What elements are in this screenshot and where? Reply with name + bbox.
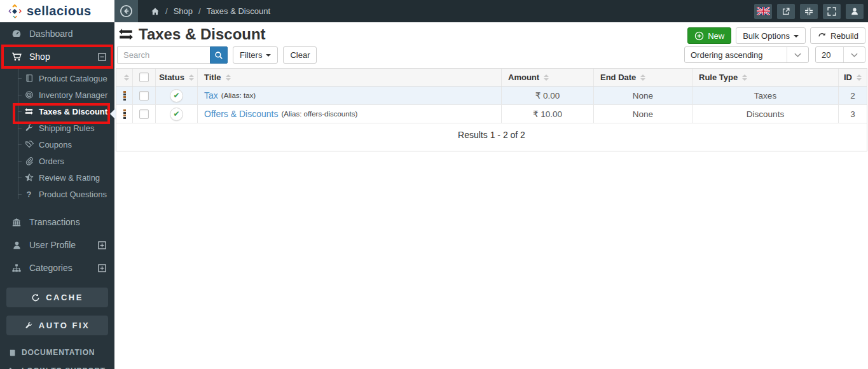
breadcrumb-current: Taxes & Discount: [207, 6, 270, 16]
wrench-icon: [25, 321, 33, 330]
record-alias: (Alias: tax): [221, 92, 256, 99]
sidebar-item-coupons[interactable]: Coupons: [0, 136, 114, 153]
redo-icon: [817, 31, 827, 40]
order-column-header[interactable]: [116, 69, 133, 86]
topbar-icon-buttons: [754, 4, 864, 19]
header-label: Title: [204, 73, 221, 82]
sidebar-item-label: Categories: [29, 263, 72, 273]
row-cell-status: ✔: [156, 87, 198, 104]
select-all-checkbox[interactable]: [139, 73, 149, 82]
user-menu-button[interactable]: [846, 4, 864, 19]
search-button[interactable]: [210, 46, 228, 64]
sidebar-item-product-questions[interactable]: ? Product Questions: [0, 186, 114, 202]
sidebar-item-label: Product Questions: [39, 190, 107, 199]
breadcrumb-shop[interactable]: Shop: [174, 6, 193, 16]
breadcrumb-separator: /: [198, 6, 201, 16]
sidebar-item-label: Product Catalogue: [39, 74, 107, 83]
records-table: Status Title Amount End Date Rule Type I…: [116, 68, 867, 151]
row-cell-end-date: None: [594, 87, 692, 104]
header-label: Rule Type: [699, 73, 738, 82]
row-cell-id: 2: [839, 87, 867, 104]
sidebar-item-inventory-manager[interactable]: Inventory Manager: [0, 87, 114, 103]
row-checkbox[interactable]: [139, 109, 149, 119]
auto-fix-button[interactable]: AUTO FIX: [6, 316, 108, 335]
record-title-link[interactable]: Tax: [204, 90, 218, 101]
page-actions: New Bulk Options Rebuild: [687, 27, 865, 44]
new-button[interactable]: New: [687, 27, 731, 44]
sidebar-item-shop[interactable]: Shop: [0, 45, 114, 68]
record-title-link[interactable]: Offers & Discounts: [204, 109, 278, 119]
sidebar-item-label: Coupons: [39, 140, 72, 150]
sidebar-item-review-rating[interactable]: Review & Rating: [0, 169, 114, 186]
sort-icon: [742, 74, 747, 81]
table-header-row: Status Title Amount End Date Rule Type I…: [116, 69, 867, 87]
status-published-icon[interactable]: ✔: [170, 89, 183, 102]
title-column-header[interactable]: Title: [198, 69, 502, 86]
status-published-icon[interactable]: ✔: [170, 108, 183, 121]
row-cell-amount: ₹ 0.00: [502, 87, 594, 104]
documentation-label: DOCUMENTATION: [22, 348, 95, 357]
external-link-button[interactable]: [777, 4, 795, 19]
table-row: ✔ Tax (Alias: tax) ₹ 0.00 None Taxes 2: [116, 87, 867, 105]
ordering-select-value: Ordering ascending: [685, 50, 787, 60]
amount-column-header[interactable]: Amount: [502, 69, 594, 86]
row-cell-rule-type: Discounts: [692, 105, 839, 123]
sort-icon: [544, 74, 549, 81]
clear-button[interactable]: Clear: [283, 46, 317, 64]
row-checkbox[interactable]: [139, 91, 149, 101]
row-cell-title: Offers & Discounts (Alias: offers-discou…: [198, 105, 502, 123]
sidebar-item-shipping-rules[interactable]: Shipping Rules: [0, 120, 114, 136]
compress-button[interactable]: [800, 4, 818, 19]
row-cell-drag: [116, 87, 133, 104]
external-link-icon: [782, 7, 790, 16]
bulk-options-button[interactable]: Bulk Options: [736, 27, 806, 44]
sidebar-item-categories[interactable]: Categories: [0, 256, 114, 279]
status-column-header[interactable]: Status: [156, 69, 198, 86]
breadcrumb: / Shop / Taxes & Discount: [151, 6, 270, 16]
login-to-support-link[interactable]: LOGIN TO SUPPORT: [0, 364, 114, 369]
documentation-link[interactable]: DOCUMENTATION: [0, 345, 114, 359]
chevron-down-icon: [843, 47, 865, 62]
user-icon: [850, 7, 859, 16]
page-size-value: 20: [816, 50, 843, 60]
header-label: ID: [844, 73, 852, 82]
search-input[interactable]: [117, 46, 210, 64]
language-flag-button[interactable]: [754, 4, 772, 19]
cache-button[interactable]: CACHE: [6, 288, 108, 307]
expand-button[interactable]: [823, 4, 841, 19]
drag-handle-icon[interactable]: [123, 91, 126, 101]
list-controls: Ordering ascending 20: [684, 46, 865, 63]
end-date-column-header[interactable]: End Date: [594, 69, 692, 86]
shop-submenu: Product Catalogue Inventory Manager Taxe…: [0, 68, 114, 207]
ordering-select[interactable]: Ordering ascending: [684, 46, 809, 63]
tags-icon: [24, 140, 34, 149]
row-cell-title: Tax (Alias: tax): [198, 87, 502, 104]
caret-down-icon: [794, 35, 799, 38]
sidebar: sellacious Dashboard Shop Product Catalo…: [0, 0, 114, 369]
rebuild-button[interactable]: Rebuild: [810, 27, 865, 44]
plus-circle-icon: [694, 31, 704, 41]
sidebar-item-product-catalogue[interactable]: Product Catalogue: [0, 70, 114, 87]
sidebar-item-taxes-discount[interactable]: Taxes & Discount: [0, 103, 114, 120]
page-title: Taxes & Discount: [139, 25, 266, 43]
id-column-header[interactable]: ID: [839, 69, 867, 86]
uk-flag-icon: [757, 7, 770, 15]
home-icon[interactable]: [151, 7, 160, 16]
sidebar-item-user-profile[interactable]: User Profile: [0, 233, 114, 256]
sidebar-item-orders[interactable]: Orders: [0, 153, 114, 169]
sidebar-item-dashboard[interactable]: Dashboard: [0, 22, 114, 45]
expand-icon: [827, 7, 836, 16]
sidebar-item-transactions[interactable]: Transactions: [0, 211, 114, 233]
filters-button[interactable]: Filters: [233, 46, 278, 64]
login-to-support-label: LOGIN TO SUPPORT: [22, 366, 106, 369]
rule-type-column-header[interactable]: Rule Type: [692, 69, 839, 86]
page-size-select[interactable]: 20: [815, 46, 865, 63]
collapse-minus-icon[interactable]: [98, 53, 106, 61]
expand-plus-icon[interactable]: [98, 264, 106, 272]
expand-plus-icon[interactable]: [98, 241, 106, 249]
brand-logo[interactable]: sellacious: [0, 0, 114, 22]
drag-handle-icon[interactable]: [123, 109, 126, 119]
filters-button-label: Filters: [240, 50, 262, 60]
arrow-left-circle-icon: [120, 4, 133, 18]
back-button[interactable]: [114, 0, 138, 22]
